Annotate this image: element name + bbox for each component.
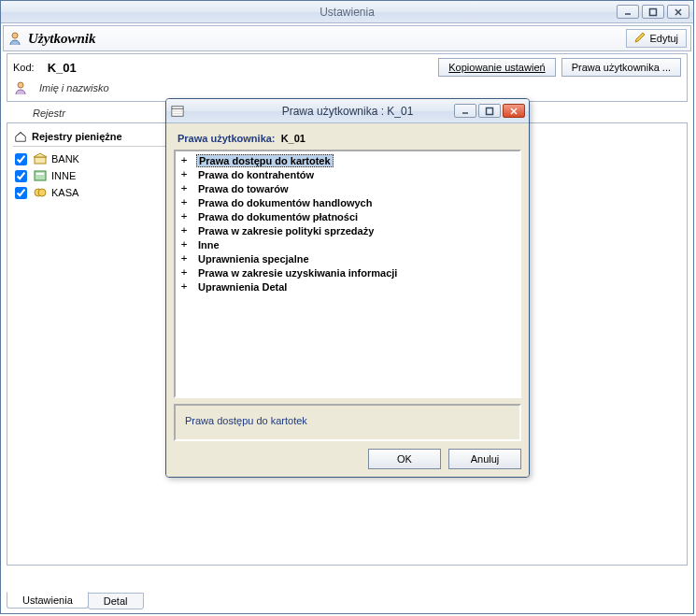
dialog-button-row: OK Anuluj: [174, 449, 521, 469]
registry-label: INNE: [51, 170, 76, 181]
bank-icon: [33, 151, 48, 166]
expand-icon[interactable]: +: [179, 154, 189, 166]
edit-button[interactable]: Edytuj: [626, 29, 687, 48]
expand-icon[interactable]: +: [179, 182, 189, 194]
tree-item[interactable]: +Uprawnienia Detal: [178, 279, 518, 294]
tree-item-label: Uprawnienia Detal: [196, 281, 289, 293]
dialog-body: Prawa użytkownika: K_01 +Prawa dostępu d…: [166, 123, 529, 477]
code-value: K_01: [48, 61, 77, 75]
registries-group-header[interactable]: Rejestry pieniężne: [13, 127, 170, 147]
pencil-icon: [634, 32, 646, 45]
main-window-controls: [617, 5, 689, 19]
tree-item[interactable]: +Prawa dostępu do kartotek: [178, 153, 518, 167]
user-info-box: Kod: K_01 Kopiowanie ustawień Prawa użyt…: [7, 53, 688, 102]
close-icon: [674, 7, 683, 17]
tree-item[interactable]: +Prawa w zakresie uzyskiwania informacji: [178, 265, 518, 279]
edit-button-label: Edytuj: [649, 33, 678, 44]
minimize-icon: [461, 107, 470, 116]
maximize-icon: [485, 107, 494, 116]
tree-item-label: Prawa do dokumentów płatności: [196, 211, 360, 222]
fullname-label: Imię i nazwisko: [39, 82, 109, 93]
svg-rect-16: [487, 107, 493, 114]
tree-item-label: Prawa w zakresie uzyskiwania informacji: [196, 267, 399, 279]
main-titlebar: Ustawienia: [1, 1, 693, 23]
tree-item[interactable]: +Inne: [178, 237, 518, 251]
registry-checkbox[interactable]: [15, 187, 27, 199]
svg-point-10: [38, 189, 46, 196]
maximize-icon: [648, 7, 658, 17]
rights-tree[interactable]: +Prawa dostępu do kartotek+Prawa do kont…: [174, 150, 521, 398]
dialog-titlebar: Prawa użytkownika : K_01: [166, 99, 529, 123]
expand-icon[interactable]: +: [179, 196, 189, 208]
expand-icon[interactable]: +: [179, 266, 189, 279]
user-rights-dialog: Prawa użytkownika : K_01 Prawa użytkowni…: [165, 98, 530, 478]
dialog-subtitle-value: K_01: [281, 133, 305, 144]
tree-item[interactable]: +Prawa do dokumentów handlowych: [178, 195, 518, 209]
svg-rect-8: [36, 173, 44, 175]
minimize-button[interactable]: [617, 5, 639, 19]
tree-item[interactable]: +Prawa w zakresie polityki sprzedaży: [178, 223, 518, 237]
expand-icon[interactable]: +: [179, 210, 189, 222]
dialog-subtitle-label: Prawa użytkownika:: [178, 133, 276, 144]
dialog-subtitle: Prawa użytkownika: K_01: [174, 129, 521, 150]
tree-item-label: Prawa do kontrahentów: [196, 169, 316, 180]
close-icon: [509, 107, 518, 116]
main-title: Ustawienia: [1, 6, 693, 19]
dialog-minimize-button[interactable]: [454, 104, 476, 118]
registry-label: KASA: [51, 187, 78, 198]
registry-label: BANK: [51, 153, 79, 165]
tree-item[interactable]: +Prawa do towarów: [178, 181, 518, 195]
cancel-button[interactable]: Anuluj: [448, 449, 521, 469]
tree-item[interactable]: +Prawa do kontrahentów: [178, 167, 518, 181]
ok-button[interactable]: OK: [368, 449, 441, 469]
expand-icon[interactable]: +: [179, 238, 189, 251]
tree-item-label: Prawa do dokumentów handlowych: [196, 197, 374, 208]
svg-rect-6: [35, 157, 46, 164]
svg-point-4: [12, 33, 18, 38]
registries-group-title: Rejestry pieniężne: [32, 131, 122, 142]
tree-item-label: Prawa w zakresie polityki sprzedaży: [196, 225, 376, 236]
close-button[interactable]: [667, 5, 689, 19]
expand-icon[interactable]: +: [179, 224, 189, 236]
svg-point-5: [18, 82, 23, 88]
registry-checkbox[interactable]: [15, 170, 27, 182]
tree-item[interactable]: +Uprawnienia specjalne: [178, 251, 518, 265]
dialog-close-button[interactable]: [503, 104, 525, 118]
house-icon: [13, 129, 28, 144]
cash-icon: [33, 185, 48, 200]
tree-item-label: Prawa do towarów: [196, 183, 291, 194]
info-row-code: Kod: K_01 Kopiowanie ustawień Prawa użyt…: [13, 58, 681, 77]
other-icon: [33, 168, 48, 183]
dialog-app-icon: [170, 104, 185, 119]
user-rights-button[interactable]: Prawa użytkownika ...: [561, 58, 681, 77]
tab-ustawienia[interactable]: Ustawienia: [7, 592, 89, 609]
user-icon: [13, 80, 28, 95]
expand-icon[interactable]: +: [179, 252, 189, 265]
code-label: Kod:: [13, 62, 35, 73]
copy-settings-button[interactable]: Kopiowanie ustawień: [438, 58, 555, 77]
user-icon: [7, 31, 22, 46]
expand-icon[interactable]: +: [179, 168, 189, 180]
svg-rect-7: [35, 171, 46, 180]
dialog-maximize-button[interactable]: [478, 104, 501, 118]
svg-rect-1: [650, 8, 657, 15]
main-window: Ustawienia Użytkownik Edytuj: [0, 0, 694, 614]
minimize-icon: [623, 7, 632, 17]
info-row-name: Imię i nazwisko: [13, 80, 681, 95]
user-section-header: Użytkownik Edytuj: [3, 25, 691, 51]
tree-item-label: Inne: [196, 239, 221, 251]
tree-item-label: Uprawnienia specjalne: [196, 253, 311, 265]
bottom-tabs: UstawieniaDetal: [7, 593, 143, 609]
tab-detal[interactable]: Detal: [88, 593, 144, 609]
registry-checkbox[interactable]: [15, 153, 27, 165]
tree-item[interactable]: +Prawa do dokumentów płatności: [178, 209, 518, 223]
tree-item-label: Prawa dostępu do kartotek: [196, 154, 334, 167]
rights-description: Prawa dostępu do kartotek: [174, 404, 521, 441]
expand-icon[interactable]: +: [179, 280, 189, 293]
user-section-label: Użytkownik: [28, 31, 96, 47]
maximize-button[interactable]: [642, 5, 664, 19]
